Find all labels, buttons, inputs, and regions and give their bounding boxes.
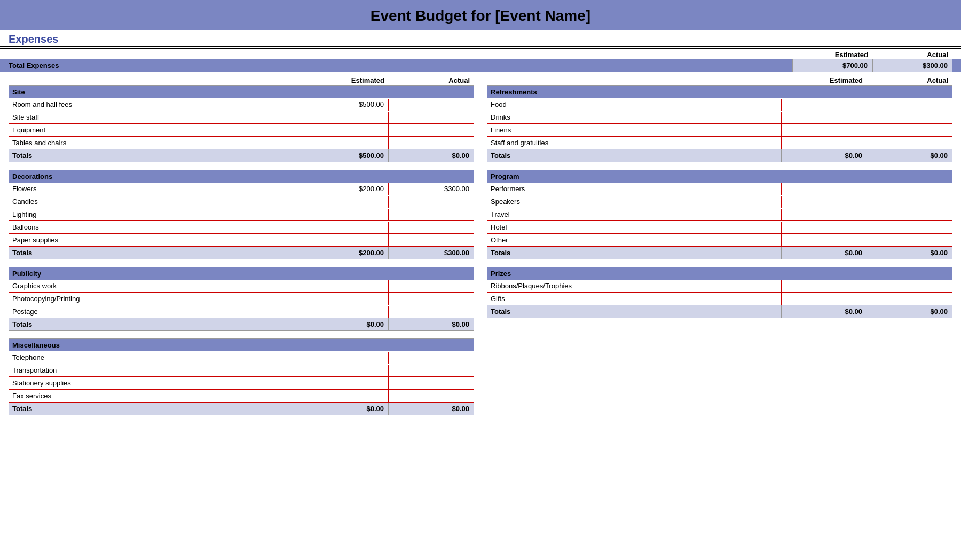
decorations-row-3: Lighting bbox=[9, 208, 474, 221]
publicity-section-header: Publicity bbox=[9, 267, 474, 280]
prizes-item-1-label: Ribbons/Plaques/Trophies bbox=[487, 280, 781, 292]
decorations-totals-act: $300.00 bbox=[388, 247, 474, 259]
publicity-totals-est: $0.00 bbox=[303, 318, 388, 330]
decorations-row-5: Paper supplies bbox=[9, 234, 474, 247]
misc-item-1-act bbox=[388, 352, 474, 364]
misc-totals-row: Totals $0.00 $0.00 bbox=[9, 403, 474, 415]
publicity-totals-label: Totals bbox=[9, 318, 303, 330]
publicity-item-3-label: Postage bbox=[9, 305, 303, 318]
prizes-totals-est: $0.00 bbox=[781, 305, 867, 318]
refreshments-section-header: Refreshments bbox=[487, 86, 952, 98]
program-item-1-act bbox=[867, 183, 952, 195]
site-item-4-act bbox=[388, 137, 474, 149]
decorations-item-1-est: $200.00 bbox=[303, 183, 388, 195]
program-item-4-act bbox=[867, 222, 952, 233]
right-column: Estimated Actual Refreshments Food Drink… bbox=[480, 76, 952, 423]
site-title: Site bbox=[12, 88, 470, 96]
publicity-row-1: Graphics work bbox=[9, 280, 474, 293]
prizes-item-1-act bbox=[867, 280, 952, 292]
decorations-item-2-label: Candles bbox=[9, 195, 303, 208]
total-expenses-label: Total Expenses bbox=[9, 59, 792, 72]
refresh-totals-est: $0.00 bbox=[781, 149, 867, 162]
publicity-row-2: Photocopying/Printing bbox=[9, 293, 474, 305]
publicity-item-1-label: Graphics work bbox=[9, 280, 303, 292]
misc-row-2: Transportation bbox=[9, 364, 474, 377]
decorations-item-5-label: Paper supplies bbox=[9, 234, 303, 246]
refresh-item-1-label: Food bbox=[487, 98, 781, 111]
publicity-row-3: Postage bbox=[9, 305, 474, 318]
divider-top bbox=[0, 46, 961, 47]
site-section: Site Room and hall fees $500.00 Site sta… bbox=[9, 85, 474, 162]
misc-item-3-label: Stationery supplies bbox=[9, 377, 303, 389]
program-item-2-act bbox=[867, 196, 952, 208]
prizes-title: Prizes bbox=[491, 270, 949, 278]
refresh-item-3-est bbox=[781, 124, 867, 136]
prizes-section: Prizes Ribbons/Plaques/Trophies Gifts To… bbox=[487, 267, 952, 318]
program-item-3-label: Travel bbox=[487, 208, 781, 220]
site-row-3: Equipment bbox=[9, 124, 474, 137]
misc-item-4-label: Fax services bbox=[9, 390, 303, 402]
expenses-section-title: Expenses bbox=[0, 30, 961, 46]
misc-row-4: Fax services bbox=[9, 390, 474, 403]
prizes-totals-label: Totals bbox=[487, 305, 781, 318]
refresh-item-1-est bbox=[781, 99, 867, 111]
misc-totals-est: $0.00 bbox=[303, 403, 388, 415]
program-item-2-est bbox=[781, 196, 867, 208]
program-section: Program Performers Speakers Travel bbox=[487, 170, 952, 259]
site-item-2-est bbox=[303, 112, 388, 123]
decorations-item-4-act bbox=[388, 222, 474, 233]
program-item-5-label: Other bbox=[487, 234, 781, 246]
prizes-totals-row: Totals $0.00 $0.00 bbox=[487, 305, 952, 318]
refresh-item-3-label: Linens bbox=[487, 124, 781, 136]
misc-row-1: Telephone bbox=[9, 351, 474, 364]
site-item-1-est: $500.00 bbox=[303, 98, 388, 111]
refresh-item-2-est bbox=[781, 112, 867, 123]
program-row-5: Other bbox=[487, 234, 952, 247]
program-row-4: Hotel bbox=[487, 221, 952, 234]
decorations-section: Decorations Flowers $200.00 $300.00 Cand… bbox=[9, 170, 474, 259]
site-item-2-act bbox=[388, 112, 474, 123]
program-item-4-label: Hotel bbox=[487, 221, 781, 233]
decorations-item-5-est bbox=[303, 234, 388, 246]
site-section-header: Site bbox=[9, 86, 474, 98]
publicity-title: Publicity bbox=[12, 270, 470, 278]
site-row-1: Room and hall fees $500.00 bbox=[9, 98, 474, 111]
summary-actual-header: Actual bbox=[872, 51, 952, 59]
site-item-4-label: Tables and chairs bbox=[9, 137, 303, 149]
site-item-3-act bbox=[388, 124, 474, 136]
decorations-item-4-est bbox=[303, 222, 388, 233]
left-estimated-header: Estimated bbox=[303, 76, 389, 84]
prizes-item-2-act bbox=[867, 293, 952, 305]
program-totals-est: $0.00 bbox=[781, 247, 867, 259]
summary-estimated-header: Estimated bbox=[792, 51, 872, 59]
refresh-item-3-act bbox=[867, 124, 952, 136]
refresh-totals-label: Totals bbox=[487, 149, 781, 162]
misc-item-1-est bbox=[303, 352, 388, 364]
refresh-row-4: Staff and gratuities bbox=[487, 137, 952, 149]
site-totals-act: $0.00 bbox=[388, 149, 474, 162]
site-item-2-label: Site staff bbox=[9, 111, 303, 123]
page-title: Event Budget for [Event Name] bbox=[0, 7, 961, 25]
refresh-totals-row: Totals $0.00 $0.00 bbox=[487, 149, 952, 162]
misc-item-3-est bbox=[303, 377, 388, 389]
site-totals-label: Totals bbox=[9, 149, 303, 162]
decorations-section-header: Decorations bbox=[9, 170, 474, 183]
decorations-row-1: Flowers $200.00 $300.00 bbox=[9, 183, 474, 195]
publicity-item-2-est bbox=[303, 293, 388, 305]
site-row-4: Tables and chairs bbox=[9, 137, 474, 149]
summary-header-row: Estimated Actual bbox=[0, 50, 961, 59]
prizes-row-1: Ribbons/Plaques/Trophies bbox=[487, 280, 952, 293]
program-row-3: Travel bbox=[487, 208, 952, 221]
program-item-1-label: Performers bbox=[487, 183, 781, 195]
refresh-item-4-label: Staff and gratuities bbox=[487, 137, 781, 149]
site-totals-row: Totals $500.00 $0.00 bbox=[9, 149, 474, 162]
prizes-item-2-est bbox=[781, 293, 867, 305]
publicity-item-1-act bbox=[388, 280, 474, 292]
refresh-item-4-est bbox=[781, 137, 867, 149]
decorations-item-1-label: Flowers bbox=[9, 183, 303, 195]
publicity-item-3-est bbox=[303, 306, 388, 318]
page-header: Event Budget for [Event Name] bbox=[0, 0, 961, 30]
program-item-3-act bbox=[867, 209, 952, 220]
right-col-headers: Estimated Actual bbox=[487, 76, 952, 84]
page: Event Budget for [Event Name] Expenses E… bbox=[0, 0, 961, 560]
